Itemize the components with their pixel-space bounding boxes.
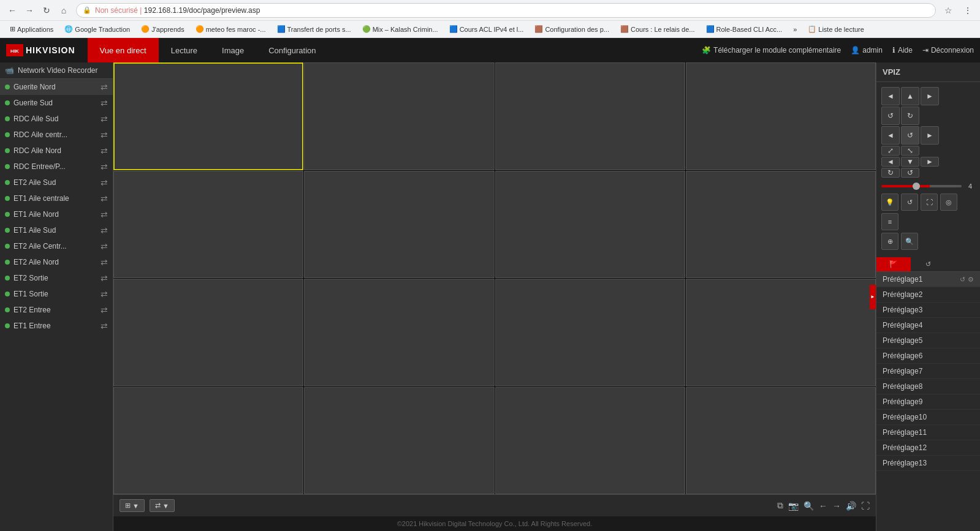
camera-settings-btn[interactable]: ⇄ ▼ bbox=[150, 499, 175, 512]
preset-item-3[interactable]: Préréglage4 bbox=[876, 318, 980, 333]
preset-item-7[interactable]: Préréglage8 bbox=[876, 379, 980, 394]
video-cell-3-1[interactable] bbox=[304, 387, 494, 495]
camera-item-1[interactable]: Guerite Sud ⇄ bbox=[0, 95, 113, 111]
nav-live[interactable]: Vue en direct bbox=[88, 38, 159, 62]
video-cell-0-0[interactable] bbox=[113, 62, 303, 170]
camera-item-12[interactable]: ET2 Sortie ⇄ bbox=[0, 270, 113, 286]
home-button[interactable]: ⌂ bbox=[56, 3, 71, 18]
ptz-left[interactable]: ◄ bbox=[881, 126, 900, 145]
snapshot-icon[interactable]: 📷 bbox=[788, 501, 799, 511]
video-cell-3-0[interactable] bbox=[113, 387, 303, 495]
preset-item-11[interactable]: Préréglage12 bbox=[876, 440, 980, 456]
video-cell-0-2[interactable] bbox=[495, 62, 685, 170]
preset-item-8[interactable]: Préréglage9 bbox=[876, 394, 980, 410]
ptz-rotate-right[interactable]: ↻ bbox=[901, 107, 919, 125]
download-module-btn[interactable]: 🧩 Télécharger le module complémentaire bbox=[702, 46, 841, 55]
ptz-fullscreen-btn[interactable]: ⛶ bbox=[921, 194, 938, 211]
preset-item-2[interactable]: Préréglage3 bbox=[876, 303, 980, 318]
video-cell-1-1[interactable] bbox=[304, 171, 494, 279]
ptz-menu-btn[interactable]: ≡ bbox=[881, 213, 898, 230]
video-cell-3-3[interactable] bbox=[686, 387, 876, 495]
camera-settings-icon-6[interactable]: ⇄ bbox=[101, 178, 108, 187]
camera-item-6[interactable]: ET2 Aile Sud ⇄ bbox=[0, 175, 113, 190]
video-cell-1-2[interactable] bbox=[495, 171, 685, 279]
more-bookmarks[interactable]: » bbox=[788, 24, 802, 34]
camera-settings-icon-14[interactable]: ⇄ bbox=[101, 305, 108, 315]
camera-item-15[interactable]: ET1 Entree ⇄ bbox=[0, 318, 113, 334]
speed-slider[interactable] bbox=[881, 185, 962, 187]
camera-settings-icon-8[interactable]: ⇄ bbox=[101, 209, 108, 219]
ptz-downleft[interactable]: ◄ bbox=[881, 157, 900, 167]
bookmark-mix[interactable]: 🟢 Mix – Kalash Crimin... bbox=[357, 24, 443, 34]
ptz-downright[interactable]: ► bbox=[921, 157, 939, 167]
camera-item-5[interactable]: RDC Entree/P... ⇄ bbox=[0, 159, 113, 175]
video-cell-2-1[interactable] bbox=[304, 279, 494, 386]
preset-flag-tab[interactable]: 🚩 bbox=[876, 257, 911, 271]
logout-btn[interactable]: ⇥ Déconnexion bbox=[922, 46, 974, 55]
camera-item-9[interactable]: ET1 Aile Sud ⇄ bbox=[0, 222, 113, 238]
bookmark-relay[interactable]: 🟫 Cours : Le relais de... bbox=[615, 24, 700, 34]
camera-item-0[interactable]: Guerite Nord ⇄ bbox=[0, 79, 113, 95]
video-cell-1-3[interactable] bbox=[686, 171, 876, 279]
ptz-upleft[interactable]: ◄ bbox=[881, 87, 900, 105]
preset-call-icon-0[interactable]: ↺ bbox=[960, 276, 965, 284]
ptz-shrink[interactable]: ⤡ bbox=[901, 146, 919, 156]
volume-icon[interactable]: 🔊 bbox=[846, 501, 856, 511]
camera-settings-icon-11[interactable]: ⇄ bbox=[101, 257, 108, 267]
help-btn[interactable]: ℹ Aide bbox=[892, 46, 913, 55]
ptz-zoom-btn[interactable]: 🔍 bbox=[901, 233, 918, 250]
back-button[interactable]: ← bbox=[5, 3, 20, 18]
camera-item-13[interactable]: ET1 Sortie ⇄ bbox=[0, 286, 113, 302]
ptz-rotate-ccw[interactable]: ↺ bbox=[901, 168, 919, 178]
ptz-upright[interactable]: ► bbox=[921, 87, 939, 105]
preset-item-4[interactable]: Préréglage5 bbox=[876, 333, 980, 348]
preset-extra-tab[interactable] bbox=[946, 257, 980, 271]
next-icon[interactable]: → bbox=[832, 501, 841, 511]
preset-item-5[interactable]: Préréglage6 bbox=[876, 348, 980, 364]
camera-item-10[interactable]: ET2 Aile Centr... ⇄ bbox=[0, 238, 113, 254]
video-cell-0-3[interactable] bbox=[686, 62, 876, 170]
camera-settings-icon-10[interactable]: ⇄ bbox=[101, 241, 108, 251]
reading-list[interactable]: 📋 Liste de lecture bbox=[803, 24, 869, 34]
preset-item-10[interactable]: Préréglage11 bbox=[876, 425, 980, 440]
ptz-reload[interactable]: ↺ bbox=[901, 126, 919, 145]
camera-settings-icon-2[interactable]: ⇄ bbox=[101, 114, 108, 124]
camera-item-7[interactable]: ET1 Aile centrale ⇄ bbox=[0, 190, 113, 206]
prev-icon[interactable]: ← bbox=[819, 501, 827, 511]
ptz-rotate-cw[interactable]: ↻ bbox=[881, 168, 900, 178]
menu-button[interactable]: ⋮ bbox=[960, 3, 975, 18]
grid-layout-btn[interactable]: ⊞ ▼ bbox=[120, 499, 145, 512]
ptz-rotate-left[interactable]: ↺ bbox=[881, 107, 900, 125]
ptz-focus-btn[interactable]: ⊕ bbox=[881, 233, 898, 250]
camera-item-11[interactable]: ET2 Aile Nord ⇄ bbox=[0, 254, 113, 270]
forward-button[interactable]: → bbox=[22, 3, 37, 18]
panel-collapse-btn[interactable]: ► bbox=[870, 285, 876, 309]
camera-settings-icon-5[interactable]: ⇄ bbox=[101, 162, 108, 171]
ptz-wiper-btn[interactable]: ↺ bbox=[901, 194, 918, 211]
camera-settings-icon-0[interactable]: ⇄ bbox=[101, 82, 108, 92]
camera-settings-icon-12[interactable]: ⇄ bbox=[101, 273, 108, 283]
camera-item-4[interactable]: RDC Aile Nord ⇄ bbox=[0, 143, 113, 159]
preset-item-12[interactable]: Préréglage13 bbox=[876, 456, 980, 471]
bookmark-role[interactable]: 🟦 Role-Based CLI Acc... bbox=[701, 24, 788, 34]
bookmark-ports[interactable]: 🟦 Transfert de ports s... bbox=[272, 24, 356, 34]
nav-config[interactable]: Configuration bbox=[256, 38, 328, 62]
camera-settings-icon-13[interactable]: ⇄ bbox=[101, 289, 108, 299]
camera-item-14[interactable]: ET2 Entree ⇄ bbox=[0, 302, 113, 318]
camera-settings-icon-4[interactable]: ⇄ bbox=[101, 146, 108, 156]
preset-refresh-tab[interactable]: ↺ bbox=[911, 257, 945, 271]
preset-item-6[interactable]: Préréglage7 bbox=[876, 364, 980, 379]
camera-settings-icon-3[interactable]: ⇄ bbox=[101, 130, 108, 140]
video-cell-0-1[interactable] bbox=[304, 62, 494, 170]
reload-button[interactable]: ↻ bbox=[39, 3, 54, 18]
nav-image[interactable]: Image bbox=[210, 38, 256, 62]
video-cell-2-2[interactable] bbox=[495, 279, 685, 386]
nav-playback[interactable]: Lecture bbox=[159, 38, 210, 62]
camera-item-8[interactable]: ET1 Aile Nord ⇄ bbox=[0, 206, 113, 222]
bookmark-meteo[interactable]: 🟠 meteo fes maroc -... bbox=[191, 24, 271, 34]
bookmark-acl[interactable]: 🟦 Cours ACL IPv4 et l... bbox=[444, 24, 529, 34]
preset-settings-icon-0[interactable]: ⚙ bbox=[968, 276, 974, 284]
video-cell-3-2[interactable] bbox=[495, 387, 685, 495]
camera-settings-icon-7[interactable]: ⇄ bbox=[101, 194, 108, 203]
ptz-light-btn[interactable]: 💡 bbox=[881, 194, 898, 211]
